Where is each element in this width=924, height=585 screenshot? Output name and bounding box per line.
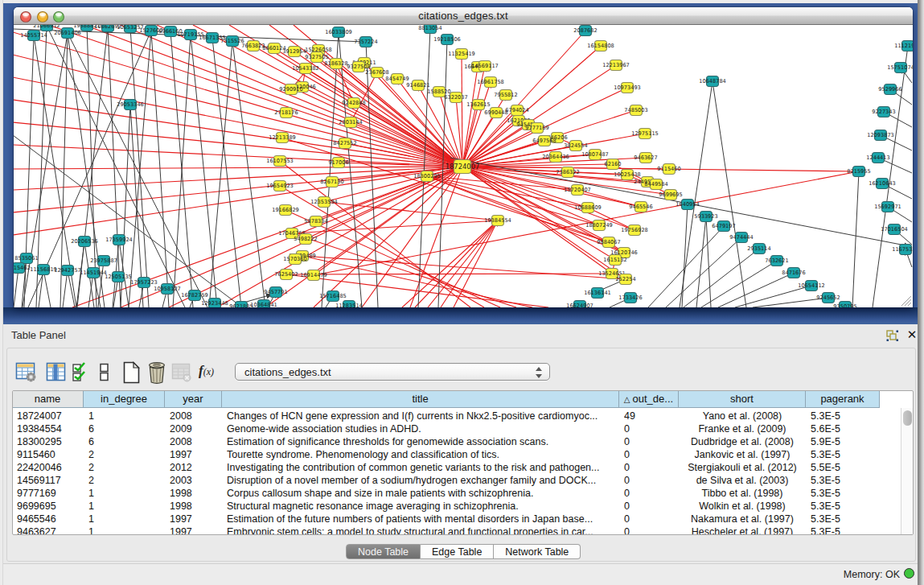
graph-node[interactable]: 7515526 [220, 36, 244, 47]
table-cell[interactable]: 0 [624, 435, 679, 448]
column-header-short[interactable]: short [679, 391, 806, 408]
table-cell[interactable]: 0 [624, 422, 679, 435]
zoom-button[interactable] [53, 11, 64, 23]
column-header-name[interactable]: name [12, 391, 84, 408]
graph-node[interactable]: 9465546 [629, 202, 652, 212]
table-cell[interactable]: 1 [88, 410, 165, 422]
tab-edge-table[interactable]: Edge Table [421, 544, 494, 559]
table-cell[interactable]: 14569117 [17, 474, 84, 487]
graph-node[interactable]: 12353594 [310, 197, 338, 208]
table-cell[interactable]: 1 [88, 525, 165, 535]
graph-node[interactable]: 23975887 [90, 256, 117, 266]
table-cell[interactable]: 5.6E-5 [811, 422, 880, 435]
table-cell[interactable]: Investigating the contribution of common… [227, 461, 619, 474]
graph-node[interactable]: 9463627 [634, 153, 657, 163]
graph-node[interactable]: 9884067 [597, 237, 620, 248]
graph-node[interactable]: 9146821 [406, 80, 429, 91]
new-column-icon[interactable] [121, 361, 141, 384]
graph-node[interactable]: 10364841 [250, 300, 277, 308]
column-header-pagerank[interactable]: pagerank [806, 391, 880, 408]
graph-node[interactable]: 12923448 [201, 299, 228, 308]
graph-node[interactable]: 917006 [328, 158, 348, 168]
table-cell[interactable]: 1998 [170, 487, 222, 500]
graph-node[interactable]: 8449584 [644, 179, 667, 190]
table-mode-icon[interactable] [15, 361, 37, 383]
graph-node[interactable]: 12213967 [602, 60, 630, 71]
graph-node[interactable]: 19654923 [266, 181, 294, 192]
graph-node[interactable]: 11121911 [894, 41, 913, 51]
table-cell[interactable]: 5.3E-5 [811, 525, 880, 535]
close-button[interactable] [20, 11, 31, 23]
table-cell[interactable]: 6 [88, 422, 165, 435]
graph-node[interactable]: 5933923 [694, 212, 717, 222]
table-cell[interactable]: 5.3E-5 [811, 500, 880, 513]
table-cell[interactable]: Jankovic et al. (1997) [679, 448, 806, 461]
graph-node[interactable]: 9777169 [525, 123, 548, 134]
graph-node[interactable]: 6794024 [505, 105, 528, 116]
graph-node[interactable]: 6322037 [444, 93, 467, 103]
graph-node[interactable]: 15692971 [874, 202, 901, 212]
column-header-in_degree[interactable]: in_degree [84, 391, 165, 408]
table-cell[interactable]: 0 [624, 474, 679, 487]
table-selector-dropdown[interactable]: citations_edges.txt [235, 363, 550, 381]
graph-node[interactable]: 1640954 [676, 200, 699, 210]
close-panel-icon[interactable]: ✕ [906, 328, 918, 342]
graph-node[interactable]: 10973493 [614, 83, 641, 93]
table-cell[interactable]: 19384554 [17, 422, 84, 435]
table-cell[interactable]: 2012 [170, 461, 222, 474]
scrollbar-thumb[interactable] [903, 410, 912, 426]
table-cell[interactable]: Tibbo et al. (1998) [679, 487, 806, 500]
graph-node[interactable]: 9242848 [342, 98, 365, 109]
table-cell[interactable]: 0 [624, 500, 679, 513]
table-cell[interactable]: 49 [624, 410, 679, 422]
table-cell[interactable]: Yano et al. (2008) [679, 410, 806, 422]
table-cell[interactable]: 5.3E-5 [811, 448, 880, 461]
graph-node[interactable]: 19218506 [433, 35, 461, 45]
table-cell[interactable]: 1997 [170, 448, 222, 461]
table-cell[interactable]: 5.3E-5 [811, 513, 880, 525]
graph-node[interactable]: 16210643 [869, 179, 896, 189]
table-cell[interactable]: Changes of HCN gene expression and I(f) … [227, 410, 619, 422]
table-cell[interactable]: 0 [624, 461, 679, 474]
table-cell[interactable]: Hescheler et al. (1997) [679, 525, 806, 535]
graph-node[interactable]: 11283514 [335, 301, 363, 308]
graph-node[interactable]: 3912954 [282, 47, 306, 57]
graph-node[interactable]: 15716485 [319, 291, 347, 302]
table-cell[interactable]: Estimation of the future numbers of pati… [227, 513, 619, 525]
table-cell[interactable]: 0 [624, 525, 679, 535]
graph-node[interactable]: 19756928 [621, 225, 648, 236]
graph-node[interactable]: 1570360 [283, 254, 306, 265]
table-cell[interactable]: 2008 [170, 410, 222, 422]
node-table[interactable]: namein_degreeyeartitle△out_de...shortpag… [12, 390, 914, 535]
graph-node[interactable]: 10958127 [154, 284, 181, 295]
graph-node[interactable]: 9474444 [729, 233, 753, 243]
table-cell[interactable]: 0 [624, 448, 679, 461]
graph-node[interactable]: 16107553 [266, 156, 294, 167]
table-cell[interactable]: de Silva et al. (2003) [679, 474, 806, 487]
graph-node[interactable]: 62160 [605, 159, 622, 170]
table-cell[interactable]: 2009 [170, 422, 222, 435]
table-cell[interactable]: 9115460 [17, 448, 84, 461]
graph-node[interactable]: 10543382 [292, 64, 319, 74]
table-cell[interactable]: Franke et al. (2009) [679, 422, 806, 435]
graph-node[interactable]: 9529966 [878, 84, 901, 95]
network-graph-canvas[interactable]: 1405571421066912206914061958882110862692… [14, 25, 913, 307]
column-header-title[interactable]: title [222, 391, 619, 408]
graph-node[interactable]: 20206536 [71, 237, 98, 247]
graph-node[interactable]: 10807487 [581, 150, 609, 160]
table-cell[interactable]: 2 [88, 461, 165, 474]
show-columns-icon[interactable] [45, 361, 67, 383]
table-cell[interactable]: 1 [88, 513, 165, 525]
graph-node[interactable]: 2087682 [573, 26, 597, 36]
table-cell[interactable]: 0 [624, 487, 679, 500]
table-cell[interactable]: 6 [88, 435, 165, 448]
graph-node[interactable]: 9227343 [872, 107, 895, 117]
graph-node[interactable]: 6990448 [484, 108, 507, 118]
column-header-out_de[interactable]: △out_de... [619, 391, 679, 408]
table-cell[interactable]: 1 [88, 500, 165, 513]
table-cell[interactable]: Estimation of significance thresholds fo… [227, 435, 619, 448]
table-cell[interactable]: Wolkin et al. (1998) [679, 500, 806, 513]
graph-node[interactable]: 19166829 [272, 205, 299, 216]
graph-node[interactable]: 9350795 [833, 302, 856, 308]
delete-column-icon[interactable] [146, 361, 167, 384]
